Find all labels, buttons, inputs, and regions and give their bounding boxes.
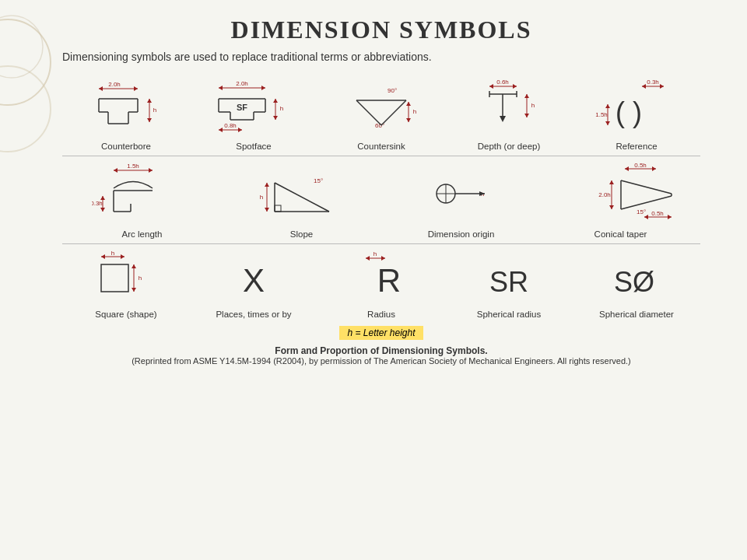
divider-2 [62,243,700,244]
svg-text:h: h [259,194,262,201]
svg-marker-67 [605,104,610,108]
symbol-dimorigin: h Dimension origin [399,161,524,239]
symbol-depth: 0.6h h Depth (or deep) [447,77,571,151]
svg-text:15°: 15° [637,208,646,215]
svg-line-112 [621,196,672,209]
svg-text:90°: 90° [388,87,397,94]
svg-marker-54 [524,94,529,98]
svg-text:1.5h: 1.5h [127,163,139,170]
svg-text:15°: 15° [314,177,323,184]
svg-text:h: h [280,105,283,112]
svg-rect-91 [275,205,281,212]
svg-marker-20 [219,86,223,90]
symbol-conicaltaper: 0.5h 2.0h 0.5h 15° [559,161,683,239]
symbol-spotface: 2.0h h 0.8h SF [191,77,316,151]
symbol-radius: h R Radius [319,249,444,319]
svg-marker-120 [132,264,136,268]
svg-marker-64 [660,84,664,89]
svg-line-47 [381,100,406,125]
slope-label: Slope [290,229,313,239]
symbol-countersink: 90° h 60° Countersink [319,77,444,151]
svg-marker-85 [265,208,269,212]
svg-text:2.0h: 2.0h [108,81,121,88]
svg-text:h: h [111,250,114,257]
svg-text:(  ): ( ) [615,96,642,128]
svg-marker-104 [609,205,614,209]
svg-marker-55 [524,114,529,117]
svg-marker-28 [219,128,223,132]
radius-label: Radius [367,310,395,319]
symbol-slope: h 15° Slope [240,161,364,239]
svg-text:0.8h: 0.8h [224,122,237,129]
sphericaldiameter-label: Spherical diameter [599,310,674,319]
sphericalradius-label: Spherical radius [477,310,541,319]
symbol-row-1: 2.0h h [62,77,700,151]
svg-marker-126 [366,256,370,261]
svg-marker-84 [265,183,269,187]
symbol-times: X Places, times or by [191,249,316,319]
depth-label: Depth (or deep) [478,142,541,151]
svg-text:1.5h: 1.5h [595,111,608,118]
svg-text:X: X [243,262,265,299]
times-label: Places, times or by [216,310,291,319]
svg-marker-21 [261,86,265,90]
letter-height-note: h = Letter height [62,325,700,339]
svg-marker-43 [406,118,411,122]
svg-text:0.6h: 0.6h [496,79,509,86]
svg-marker-77 [100,208,105,212]
svg-marker-8 [147,99,152,103]
symbol-square: h h Square (shape) [64,249,188,319]
svg-marker-59 [500,116,506,122]
svg-marker-127 [381,256,385,261]
symbol-reference: 0.3h 1.5h ( ) Reference [574,77,699,151]
symbol-counterbore: 2.0h h [64,77,188,151]
svg-line-90 [275,183,329,212]
svg-marker-4 [99,86,103,91]
svg-text:2.0h: 2.0h [236,80,248,87]
svg-marker-68 [605,121,610,125]
svg-text:SØ: SØ [614,266,654,298]
svg-marker-72 [114,168,117,173]
svg-marker-99 [625,166,629,171]
footer-rest: by permission of The American Society of… [309,356,631,366]
svg-text:h: h [139,275,142,282]
symbol-arclength: 1.5h 0.3h Arc length [80,161,205,239]
svg-marker-100 [652,166,656,171]
svg-text:SR: SR [489,266,528,298]
svg-marker-117 [121,254,124,259]
svg-rect-123 [101,264,128,292]
square-label: Square (shape) [95,310,156,319]
svg-text:h: h [413,108,416,115]
svg-text:SF: SF [237,103,247,112]
svg-text:0.3h: 0.3h [92,200,103,207]
dimorigin-label: Dimension origin [428,229,495,239]
svg-text:0.5h: 0.5h [634,162,647,169]
spotface-label: Spotface [236,142,271,151]
svg-marker-24 [273,99,278,103]
svg-marker-9 [147,118,152,122]
divider-1 [62,156,700,156]
svg-text:h: h [153,107,156,114]
svg-marker-29 [238,128,242,132]
svg-marker-50 [489,84,493,89]
svg-marker-25 [273,116,278,120]
svg-marker-73 [149,168,153,173]
subtitle: Dimensioning symbols are used to replace… [62,51,700,63]
symbol-sphericalradius: SR Spherical radius [447,249,571,319]
svg-marker-63 [642,84,646,89]
svg-text:2.0h: 2.0h [598,191,611,198]
svg-marker-108 [668,215,672,219]
footer: Form and Proportion of Dimensioning Symb… [62,345,700,366]
svg-marker-121 [132,288,136,292]
svg-text:h: h [531,102,535,109]
reference-label: Reference [615,142,657,151]
conicaltaper-label: Conical taper [594,229,647,239]
countersink-label: Countersink [357,142,405,151]
svg-text:R: R [377,262,401,299]
arclength-label: Arc length [122,229,163,239]
svg-line-111 [621,180,672,194]
footer-bold: Form and Proportion of Dimensioning Symb… [275,345,487,356]
svg-text:h: h [374,250,377,257]
page-title: DIMENSION SYMBOLS [62,16,700,44]
svg-text:0.5h: 0.5h [651,210,664,217]
